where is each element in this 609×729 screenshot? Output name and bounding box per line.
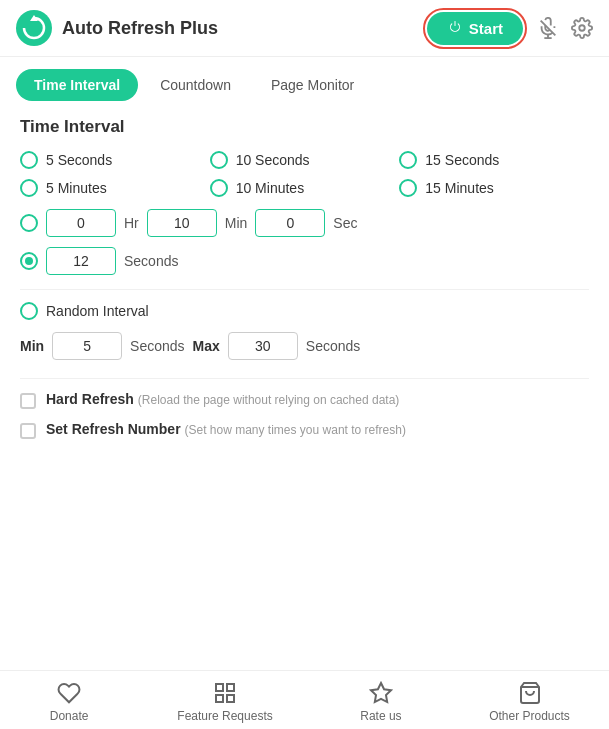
- radio-10-seconds-circle: [210, 151, 228, 169]
- power-icon: [447, 20, 463, 36]
- feature-requests-label: Feature Requests: [177, 709, 272, 723]
- header: Auto Refresh Plus Start: [0, 0, 609, 57]
- grid-icon: [213, 681, 237, 705]
- custom-hr-input[interactable]: [46, 209, 116, 237]
- tab-countdown[interactable]: Countdown: [142, 69, 249, 101]
- seconds-label2: Seconds: [130, 338, 184, 354]
- set-refresh-text: Set Refresh Number (Set how many times y…: [46, 421, 406, 437]
- radio-custom-time[interactable]: [20, 214, 38, 232]
- radio-15-seconds-circle: [399, 151, 417, 169]
- tab-page-monitor[interactable]: Page Monitor: [253, 69, 372, 101]
- radio-15-seconds[interactable]: 15 Seconds: [399, 151, 589, 169]
- hard-refresh-row: Hard Refresh (Reload the page without re…: [20, 391, 589, 409]
- other-products-label: Other Products: [489, 709, 570, 723]
- footer-donate[interactable]: Donate: [39, 681, 99, 723]
- svg-rect-9: [227, 695, 234, 702]
- star-icon: [369, 681, 393, 705]
- footer-rate-us[interactable]: Rate us: [351, 681, 411, 723]
- hr-label: Hr: [124, 215, 139, 231]
- radio-10-seconds[interactable]: 10 Seconds: [210, 151, 400, 169]
- custom-sec-input[interactable]: [255, 209, 325, 237]
- mute-icon[interactable]: [537, 17, 559, 39]
- rate-us-label: Rate us: [360, 709, 401, 723]
- divider-2: [20, 378, 589, 379]
- seconds-label3: Seconds: [306, 338, 360, 354]
- radio-5-minutes-circle: [20, 179, 38, 197]
- preset-options: 5 Seconds 10 Seconds 15 Seconds 5 Minute…: [20, 151, 589, 197]
- radio-10-minutes-label: 10 Minutes: [236, 180, 304, 196]
- settings-icon[interactable]: [571, 17, 593, 39]
- set-refresh-desc: (Set how many times you want to refresh): [184, 423, 405, 437]
- bag-icon: [518, 681, 542, 705]
- donate-label: Donate: [50, 709, 89, 723]
- radio-10-seconds-label: 10 Seconds: [236, 152, 310, 168]
- radio-seconds-selected[interactable]: [20, 252, 38, 270]
- svg-rect-8: [216, 695, 223, 702]
- header-icons: [537, 17, 593, 39]
- radio-5-seconds-label: 5 Seconds: [46, 152, 112, 168]
- app-logo: [16, 10, 52, 46]
- footer-other-products[interactable]: Other Products: [489, 681, 570, 723]
- seconds-input[interactable]: [46, 247, 116, 275]
- custom-time-row: Hr Min Sec: [20, 209, 589, 237]
- svg-rect-7: [227, 684, 234, 691]
- set-refresh-checkbox[interactable]: [20, 423, 36, 439]
- radio-15-minutes-label: 15 Minutes: [425, 180, 493, 196]
- custom-min-input[interactable]: [147, 209, 217, 237]
- random-interval-label: Random Interval: [46, 303, 149, 319]
- sec-label: Sec: [333, 215, 357, 231]
- radio-15-minutes[interactable]: 15 Minutes: [399, 179, 589, 197]
- footer-feature-requests[interactable]: Feature Requests: [177, 681, 272, 723]
- set-refresh-row: Set Refresh Number (Set how many times y…: [20, 421, 589, 439]
- content-area: Time Interval 5 Seconds 10 Seconds 15 Se…: [0, 101, 609, 467]
- seconds-label: Seconds: [124, 253, 178, 269]
- random-interval-row[interactable]: Random Interval: [20, 302, 589, 320]
- start-label: Start: [469, 20, 503, 37]
- set-refresh-label: Set Refresh Number: [46, 421, 181, 437]
- radio-10-minutes-circle: [210, 179, 228, 197]
- svg-point-5: [579, 25, 585, 31]
- radio-10-minutes[interactable]: 10 Minutes: [210, 179, 400, 197]
- radio-15-seconds-label: 15 Seconds: [425, 152, 499, 168]
- hard-refresh-label: Hard Refresh: [46, 391, 134, 407]
- tabs-bar: Time Interval Countdown Page Monitor: [0, 57, 609, 101]
- max-label: Max: [193, 338, 220, 354]
- divider-1: [20, 289, 589, 290]
- radio-5-seconds[interactable]: 5 Seconds: [20, 151, 210, 169]
- radio-5-minutes[interactable]: 5 Minutes: [20, 179, 210, 197]
- radio-random-interval[interactable]: [20, 302, 38, 320]
- min-max-row: Min Seconds Max Seconds: [20, 332, 589, 360]
- radio-5-seconds-circle: [20, 151, 38, 169]
- section-title: Time Interval: [20, 117, 589, 137]
- app-title: Auto Refresh Plus: [62, 18, 427, 39]
- svg-rect-6: [216, 684, 223, 691]
- seconds-row: Seconds: [20, 247, 589, 275]
- hard-refresh-desc: (Reload the page without relying on cach…: [138, 393, 400, 407]
- max-value-input[interactable]: [228, 332, 298, 360]
- min-label: Min: [225, 215, 248, 231]
- hard-refresh-checkbox[interactable]: [20, 393, 36, 409]
- svg-marker-10: [371, 683, 391, 702]
- radio-15-minutes-circle: [399, 179, 417, 197]
- min-value-input[interactable]: [52, 332, 122, 360]
- start-button[interactable]: Start: [427, 12, 523, 45]
- min-label2: Min: [20, 338, 44, 354]
- tab-time-interval[interactable]: Time Interval: [16, 69, 138, 101]
- hard-refresh-text: Hard Refresh (Reload the page without re…: [46, 391, 399, 407]
- radio-5-minutes-label: 5 Minutes: [46, 180, 107, 196]
- footer: Donate Feature Requests Rate us Other Pr…: [0, 670, 609, 729]
- heart-icon: [57, 681, 81, 705]
